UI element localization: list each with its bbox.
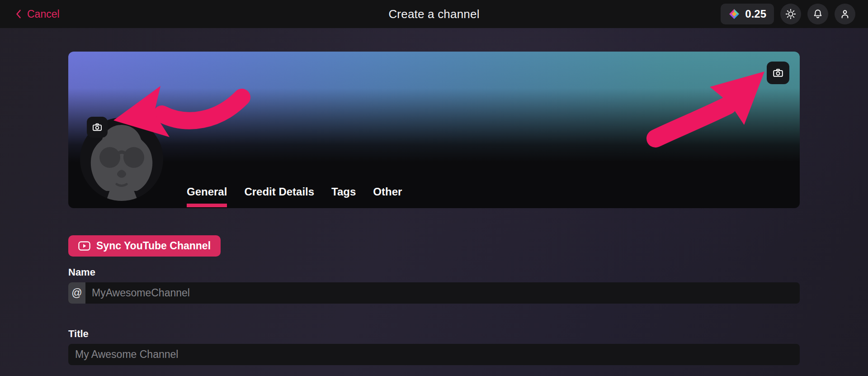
upload-avatar-button[interactable] [87, 117, 108, 138]
youtube-icon [78, 241, 90, 251]
name-label: Name [68, 267, 800, 278]
tab-other[interactable]: Other [373, 186, 402, 208]
sync-youtube-button[interactable]: Sync YouTube Channel [68, 235, 221, 257]
name-input[interactable] [85, 282, 800, 304]
title-input[interactable] [68, 344, 800, 365]
camera-icon [92, 122, 103, 133]
credits-badge[interactable]: 0.25 [721, 4, 774, 24]
page-title: Create a channel [388, 7, 479, 21]
tab-credit-details[interactable]: Credit Details [244, 186, 314, 208]
bell-icon [812, 9, 823, 19]
gem-icon [728, 8, 740, 20]
sun-icon [785, 9, 796, 19]
channel-banner-card: General Credit Details Tags Other [68, 52, 800, 208]
title-label: Title [68, 328, 800, 340]
camera-icon [772, 67, 784, 79]
cancel-button[interactable]: Cancel [15, 8, 60, 20]
title-input-group [68, 344, 800, 365]
person-icon [840, 9, 850, 19]
sync-youtube-label: Sync YouTube Channel [96, 240, 211, 252]
create-channel-page: Cancel Create a channel 0.25 [0, 0, 868, 376]
tab-general[interactable]: General [187, 186, 227, 208]
credits-value: 0.25 [745, 8, 766, 20]
tab-tags[interactable]: Tags [331, 186, 356, 208]
cover-image[interactable] [68, 52, 800, 166]
back-chevron-icon [15, 9, 22, 19]
name-input-group: @ [68, 282, 800, 304]
at-prefix: @ [68, 282, 85, 304]
upload-cover-button[interactable] [767, 62, 789, 84]
notifications-button[interactable] [807, 4, 828, 24]
topbar-actions: 0.25 [721, 4, 855, 24]
channel-tabs: General Credit Details Tags Other [187, 186, 402, 208]
theme-toggle-button[interactable] [780, 4, 801, 24]
top-bar: Cancel Create a channel 0.25 [0, 0, 868, 28]
profile-button[interactable] [835, 4, 855, 24]
cancel-label: Cancel [27, 8, 60, 20]
general-form: Sync YouTube Channel Name @ Title [68, 208, 800, 365]
